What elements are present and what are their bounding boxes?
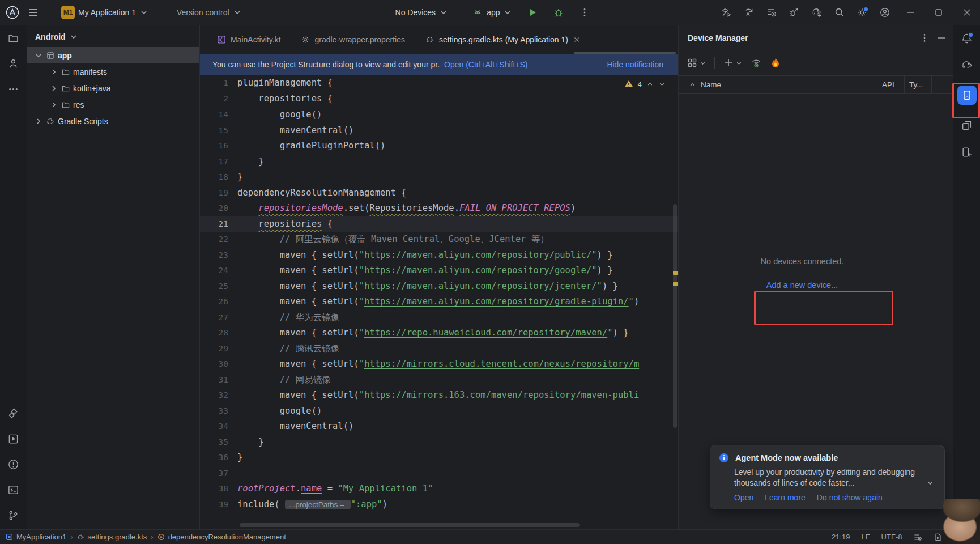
running-devices-icon[interactable] (7, 433, 19, 445)
more-run-options-button[interactable] (574, 3, 595, 22)
code-line[interactable]: 20 repositoriesMode.set(RepositoriesMode… (200, 201, 678, 216)
warning-stripe-mark[interactable] (673, 282, 678, 286)
project-widget[interactable]: M1 My Application 1 (57, 2, 153, 23)
code-line[interactable]: 28 maven { setUrl("https://repo.huaweicl… (200, 325, 678, 341)
code-line[interactable]: 24 maven { setUrl("https://maven.aliyun.… (200, 263, 678, 279)
breadcrumb-item[interactable]: dependencyResolutionManagement (157, 533, 286, 541)
code-line[interactable]: 16 gradlePluginPortal() (200, 138, 678, 154)
close-tab-icon[interactable] (573, 36, 581, 44)
code-line[interactable]: 30 maven { setUrl("https://mirrors.cloud… (200, 356, 678, 372)
profile-button[interactable] (875, 3, 895, 22)
notification-open-link[interactable]: Open (734, 493, 753, 502)
tree-item-manifests[interactable]: manifests (27, 63, 199, 80)
code-line[interactable]: 34 mavenCentral() (200, 419, 678, 435)
banner-hide-link[interactable]: Hide notification (607, 60, 663, 69)
run-configuration-selector[interactable]: app (467, 3, 517, 22)
code-line[interactable]: 36} (200, 450, 678, 466)
build-button[interactable] (716, 3, 736, 22)
device-selector[interactable]: No Devices (391, 5, 453, 20)
previous-problem-icon[interactable] (646, 80, 654, 88)
device-manager-tool-button[interactable] (957, 86, 977, 105)
minimize-button[interactable] (897, 0, 923, 25)
tab-mainactivity.kt[interactable]: MainActivity.kt (208, 26, 289, 54)
notifications-bell-icon[interactable] (961, 32, 973, 44)
line-ending[interactable]: LF (861, 533, 870, 541)
code-line[interactable]: 2 repositories { (200, 91, 678, 107)
view-mode-button[interactable] (687, 57, 706, 69)
firebase-icon[interactable] (770, 57, 781, 69)
debug-button[interactable] (548, 3, 569, 22)
tabs-scrollbar[interactable] (574, 52, 676, 54)
code-line[interactable]: 31 // 网易镜像 (200, 372, 678, 388)
editor-horizontal-scrollbar[interactable] (240, 523, 580, 527)
tree-item-gradle-scripts[interactable]: Gradle Scripts (27, 113, 199, 129)
gradle-sync-button[interactable] (807, 3, 827, 22)
expand-notification-icon[interactable] (926, 478, 935, 487)
code-line[interactable]: 25 maven { setUrl("https://maven.aliyun.… (200, 279, 678, 295)
code-line[interactable]: 22 // 阿里云镜像（覆盖 Maven Central、Google、JCen… (200, 232, 678, 248)
attach-debugger-button[interactable] (784, 3, 804, 22)
maximize-button[interactable] (926, 0, 952, 25)
code-line[interactable]: 14 google() (200, 107, 678, 123)
add-new-device-link[interactable]: Add a new device... (766, 280, 838, 290)
main-menu-button[interactable] (23, 3, 43, 22)
device-explorer-icon[interactable] (961, 146, 973, 158)
column-type[interactable]: Ty... (904, 76, 931, 93)
breadcrumb-item[interactable]: settings.gradle.kts (77, 533, 147, 541)
code-line[interactable]: 39include( ...projectPaths = ":app") (200, 497, 678, 513)
code-line[interactable]: 37 (200, 466, 678, 482)
project-view-selector[interactable]: Android (27, 26, 199, 46)
panel-options-icon[interactable] (919, 32, 930, 44)
tree-item-kotlin-java[interactable]: kotlin+java (27, 80, 199, 96)
profiler-button[interactable] (761, 3, 782, 22)
banner-open-link[interactable]: Open (Ctrl+Alt+Shift+S) (444, 60, 527, 69)
tree-item-res[interactable]: res (27, 96, 199, 113)
warning-stripe-mark[interactable] (673, 271, 678, 275)
code-line[interactable]: 23 maven { setUrl("https://maven.aliyun.… (200, 248, 678, 264)
run-button[interactable] (522, 3, 543, 22)
code-line[interactable]: 29 // 腾讯云镜像 (200, 341, 678, 357)
tab-gradle-wrapper.properties[interactable]: gradle-wrapper.properties (292, 26, 414, 54)
caret-position[interactable]: 21:19 (832, 533, 850, 541)
pair-over-wifi-icon[interactable] (751, 57, 762, 69)
add-device-button[interactable] (723, 57, 743, 69)
code-line[interactable]: 19dependencyResolutionManagement { (200, 185, 678, 201)
more-tool-windows-icon[interactable] (7, 83, 19, 95)
notification-learn-more-link[interactable]: Learn more (765, 493, 806, 502)
code-line[interactable]: 32 maven { setUrl("https://mirrors.163.c… (200, 388, 678, 403)
hide-panel-icon[interactable] (936, 32, 947, 44)
code-editor[interactable]: 1pluginManagement {2 repositories { 14 g… (200, 75, 678, 529)
settings-button[interactable] (852, 3, 872, 22)
device-mirroring-icon[interactable] (961, 120, 973, 131)
code-line[interactable]: 1pluginManagement { (200, 75, 678, 91)
column-name[interactable]: Name (679, 80, 877, 89)
build-variants-icon[interactable] (7, 407, 19, 419)
breadcrumb-item[interactable]: MyApplication1 (6, 533, 66, 541)
gradle-tool-icon[interactable] (961, 59, 973, 71)
commit-tool-icon[interactable] (7, 58, 19, 70)
search-everywhere-button[interactable] (829, 3, 850, 22)
tree-item-app[interactable]: app (27, 47, 199, 63)
code-line[interactable]: 35 } (200, 435, 678, 450)
code-line[interactable]: 18} (200, 169, 678, 185)
column-api[interactable]: API (877, 76, 904, 93)
project-tool-icon[interactable] (7, 32, 19, 44)
code-line[interactable]: 27 // 华为云镜像 (200, 310, 678, 326)
code-line[interactable]: 33 google() (200, 403, 678, 419)
vcs-widget[interactable]: Version control (172, 5, 246, 20)
notification-dismiss-link[interactable]: Do not show again (817, 493, 883, 502)
sync-button[interactable] (739, 3, 759, 22)
file-encoding[interactable]: UTF-8 (881, 533, 902, 541)
code-line[interactable]: 38rootProject.name = "My Application 1" (200, 481, 678, 497)
tab-settings.gradle.kts[interactable]: settings.gradle.kts (My Application 1) (416, 26, 590, 54)
close-button[interactable] (954, 0, 980, 25)
problems-icon[interactable] (7, 458, 19, 470)
inspection-widget[interactable]: 4 (621, 78, 669, 90)
code-line[interactable]: 15 mavenCentral() (200, 123, 678, 139)
terminal-icon[interactable] (7, 484, 19, 496)
version-control-icon[interactable] (7, 509, 19, 521)
next-problem-icon[interactable] (658, 80, 666, 88)
code-line[interactable]: 26 maven { setUrl("https://maven.aliyun.… (200, 294, 678, 310)
code-line[interactable]: 17 } (200, 154, 678, 170)
editor-vertical-scrollbar[interactable] (673, 204, 677, 428)
